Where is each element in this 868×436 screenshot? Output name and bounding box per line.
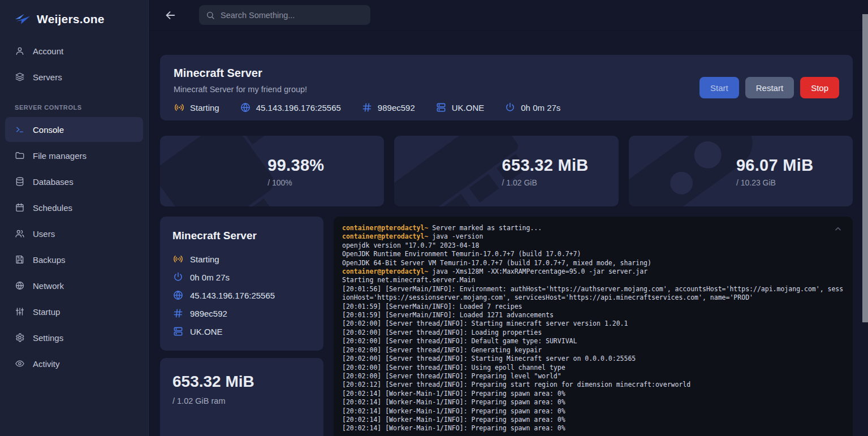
left-column: Minecraft Server Starting 0h 0m 27s (160, 217, 323, 436)
search-bar[interactable] (199, 5, 370, 25)
start-button[interactable]: Start (699, 77, 739, 98)
sidebar-item-file-managers[interactable]: File managers (5, 143, 143, 168)
info-status-text: Starting (190, 254, 219, 264)
scrollbar-thumb[interactable] (862, 14, 868, 322)
stop-button[interactable]: Stop (800, 77, 839, 98)
ram-total: / 1.02 GiB ram (172, 396, 311, 405)
server-icon (172, 326, 184, 337)
sidebar-item-startup[interactable]: Startup (5, 299, 143, 324)
restart-button[interactable]: Restart (745, 77, 794, 98)
ram-usage-card: 653.32 MiB / 1.02 GiB ram (160, 358, 323, 436)
console-line: OpenJDK 64-Bit Server VM Temurin-17.0.7+… (342, 259, 844, 267)
console-line: openjdk version "17.0.7" 2023-04-18 (342, 241, 844, 250)
console-line: [20:02:00] [Server thread/INFO]: Startin… (342, 320, 844, 328)
broadcast-icon (174, 102, 185, 113)
console-line: [20:02:00] [Server thread/INFO]: Loading… (342, 329, 844, 337)
sidebar-item-settings[interactable]: Settings (5, 325, 143, 350)
terminal-icon (15, 124, 25, 135)
sidebar-item-activity[interactable]: Activity (5, 351, 143, 376)
sidebar-section-label: SERVER CONTROLS (5, 90, 143, 116)
database-icon (15, 176, 25, 187)
info-id-text: 989ec592 (190, 309, 227, 318)
stat-text: 96.07 MiB / 10.23 GiB (736, 156, 814, 187)
console-line: [20:02:00] [Server thread/INFO]: Generat… (342, 346, 844, 355)
server-icon (435, 102, 447, 113)
info-card-title: Minecraft Server (172, 230, 311, 242)
server-node: UK.ONE (435, 102, 485, 113)
topbar (149, 0, 868, 31)
search-input[interactable] (221, 11, 364, 20)
sidebar-item-schedules[interactable]: Schedules (5, 195, 143, 220)
ram-value: 653.32 MiB (172, 373, 311, 391)
server-info-card: Minecraft Server Starting 0h 0m 27s (160, 217, 323, 351)
hash-icon (361, 102, 373, 113)
disk-stat-card: 96.07 MiB / 10.23 GiB (629, 136, 853, 206)
cpu-total: / 100% (267, 178, 324, 187)
sidebar-item-network[interactable]: Network (5, 273, 143, 298)
calendar-icon (15, 202, 25, 213)
stats-row: 99.38% / 100% 653.32 MiB / 1.02 GiB (160, 136, 853, 206)
stat-text: 653.32 MiB / 1.02 GiB (502, 156, 589, 187)
console-line: OpenJDK Runtime Environment Temurin-17.0… (342, 250, 844, 258)
back-arrow-icon (164, 9, 176, 21)
console-line: [20:02:00] [Server thread/INFO]: Using e… (342, 364, 844, 372)
info-row-status: Starting (172, 250, 311, 268)
sidebar-item-label: Users (33, 229, 55, 239)
back-button[interactable] (164, 8, 179, 23)
chevron-up-icon[interactable] (834, 225, 843, 234)
memory-value: 653.32 MiB (502, 156, 589, 174)
sidebar-item-console[interactable]: Console (5, 117, 143, 142)
globe-icon (172, 290, 184, 301)
sidebar-item-label: Network (33, 281, 64, 291)
console-line: [20:02:14] [Worker-Main-1/INFO]: Prepari… (342, 398, 844, 407)
address-text: 45.143.196.176:25565 (256, 103, 341, 113)
sidebar-item-label: Schedules (33, 203, 72, 213)
lower-section: Minecraft Server Starting 0h 0m 27s (160, 217, 853, 436)
sidebar-item-label: Console (33, 125, 64, 135)
status-text: Starting (190, 103, 219, 113)
disk-value: 96.07 MiB (736, 156, 814, 174)
power-icon (172, 271, 184, 283)
sidebar-item-account[interactable]: Account (5, 38, 143, 63)
sidebar: Weijers.one Account Servers SERVER CONTR… (0, 0, 149, 436)
server-header-card: Minecraft Server Minecraft Server for my… (160, 55, 853, 120)
power-icon (504, 102, 516, 113)
globe-icon (240, 102, 251, 113)
console-line: [20:01:59] [ServerMain/INFO]: Loaded 7 r… (342, 303, 844, 311)
sidebar-item-label: Servers (33, 72, 62, 82)
sidebar-item-label: File managers (33, 151, 87, 161)
globe-icon (15, 280, 25, 291)
server-uptime: 0h 0m 27s (504, 102, 560, 113)
console-output[interactable]: container@pterodactyl~Server marked as s… (334, 217, 853, 436)
users-icon (15, 228, 25, 239)
sidebar-item-databases[interactable]: Databases (5, 169, 143, 194)
sliders-icon (15, 307, 25, 317)
sidebar-item-label: Account (33, 46, 63, 56)
hash-icon (172, 308, 184, 319)
console-line: [20:02:00] [Server thread/INFO]: Startin… (342, 355, 844, 363)
cpu-value: 99.38% (267, 156, 324, 174)
info-row-address: 45.143.196.176:25565 (172, 286, 311, 304)
uptime-text: 0h 0m 27s (521, 103, 560, 113)
bird-logo-icon (14, 12, 31, 26)
sidebar-item-servers[interactable]: Servers (5, 64, 143, 89)
server-id-text: 989ec592 (378, 103, 415, 113)
console-line: [20:02:14] [Worker-Main-1/INFO]: Prepari… (342, 390, 844, 398)
console-line: [20:01:59] [ServerMain/INFO]: Loaded 127… (342, 311, 844, 320)
sidebar-item-backups[interactable]: Backups (5, 247, 143, 272)
server-status: Starting (174, 102, 219, 113)
sidebar-item-users[interactable]: Users (5, 221, 143, 246)
cpu-stat-card: 99.38% / 100% (160, 136, 384, 206)
sidebar-item-label: Startup (33, 307, 60, 317)
brand-logo[interactable]: Weijers.one (5, 0, 143, 37)
main-content: Minecraft Server Minecraft Server for my… (149, 31, 868, 436)
server-id: 989ec592 (361, 102, 415, 113)
page-scrollbar[interactable] (862, 0, 868, 436)
broadcast-icon (172, 253, 184, 265)
eye-icon (15, 359, 25, 369)
power-buttons: Start Restart Stop (699, 77, 839, 98)
console-line: [20:01:56] [ServerMain/INFO]: Environmen… (342, 285, 844, 303)
info-address-text: 45.143.196.176:25565 (190, 291, 275, 300)
disk-total: / 10.23 GiB (736, 178, 814, 187)
brand-name: Weijers.one (37, 12, 105, 26)
